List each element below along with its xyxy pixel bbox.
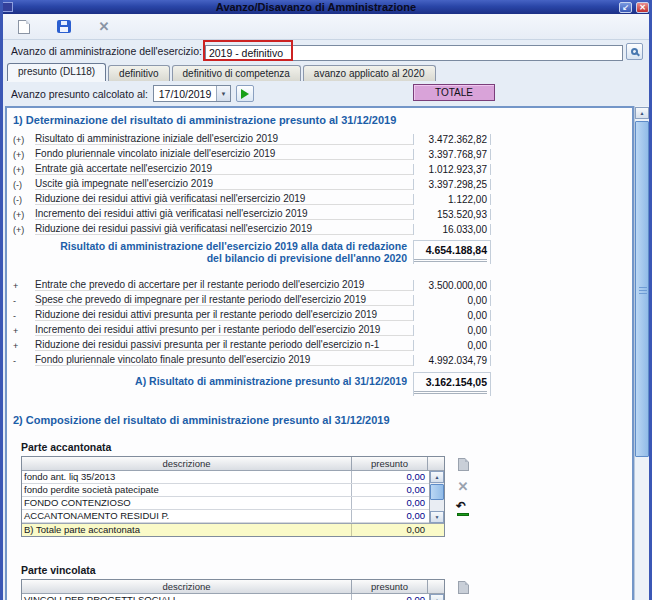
row-value: 3.397.298,25 bbox=[413, 179, 491, 190]
search-icon bbox=[631, 48, 638, 55]
run-button[interactable] bbox=[236, 85, 254, 102]
cell-presunto[interactable]: 0,00 bbox=[352, 510, 428, 522]
cell-presunto[interactable]: 0,00 bbox=[352, 497, 428, 509]
add-row-button[interactable] bbox=[455, 580, 471, 595]
new-document-button[interactable] bbox=[13, 17, 35, 37]
table-row: (-) Riduzione dei residui attivi già ver… bbox=[7, 190, 491, 205]
save-button[interactable] bbox=[53, 17, 75, 37]
table-row[interactable]: fondo ant. liq 35/2013 0,00 bbox=[22, 471, 429, 484]
row-value: 3.397.768,97 bbox=[413, 149, 491, 160]
delete-row-button[interactable]: ✕ bbox=[455, 479, 471, 494]
row-value: 153.520,93 bbox=[413, 209, 491, 220]
table-row[interactable]: VINCOLI PER PROGETTI SOCIALI 0,00 bbox=[22, 594, 429, 600]
restore-window-button[interactable]: ↙ bbox=[619, 2, 632, 13]
accantonata-rows: fondo ant. liq 35/2013 0,00 fondo perdit… bbox=[22, 471, 429, 523]
col-descrizione: descrizione bbox=[22, 457, 352, 470]
row-sign: (-) bbox=[13, 195, 35, 205]
table-row[interactable]: fondo perdite società patecipate 0,00 bbox=[22, 484, 429, 497]
undo-row-icon: ↶ bbox=[456, 502, 470, 516]
chevron-down-icon: ▼ bbox=[221, 91, 227, 97]
tab-bar: presunto (DL118) definitivo definitivo d… bbox=[7, 63, 647, 81]
scroll-up-button[interactable]: ▲ bbox=[430, 471, 444, 483]
totale-button[interactable]: TOTALE bbox=[413, 84, 495, 101]
accantonata-table: descrizione presunto fondo ant. liq 35/2… bbox=[21, 456, 445, 537]
total-label: B) Totale parte accantonata bbox=[22, 524, 352, 536]
date-input[interactable] bbox=[154, 86, 216, 101]
row-value: 0,00 bbox=[413, 340, 491, 351]
play-icon bbox=[241, 89, 249, 99]
accantonata-table-wrap: descrizione presunto fondo ant. liq 35/2… bbox=[21, 456, 632, 537]
row-label: Entrate che prevedo di accertare per il … bbox=[35, 279, 413, 291]
app-icon bbox=[2, 2, 13, 12]
parte-vincolata-heading: Parte vincolata bbox=[21, 564, 632, 576]
table-row: (+) Entrate già accertate nell'esercizio… bbox=[7, 160, 491, 175]
table-row: (+) Incremento dei residui attivi già ve… bbox=[7, 205, 491, 220]
cell-descrizione: FONDO CONTENZIOSO bbox=[22, 497, 352, 509]
date-dropdown-button[interactable]: ▼ bbox=[216, 86, 230, 101]
undo-row-button[interactable]: ↶ bbox=[455, 501, 471, 516]
row-value: 0,00 bbox=[413, 325, 491, 336]
cell-presunto[interactable]: 0,00 bbox=[352, 484, 428, 496]
scroll-up-button[interactable]: ▲ bbox=[430, 594, 444, 600]
row-label: Incremento dei residui attivi presunto p… bbox=[35, 324, 413, 336]
table-header: descrizione presunto bbox=[22, 580, 444, 594]
new-document-icon bbox=[18, 20, 30, 34]
content-area: 1) Determinazione del risultato di ammin… bbox=[3, 106, 649, 600]
triangle-down-icon: ▼ bbox=[435, 514, 440, 520]
calcolato-al-label: Avanzo presunto calcolato al: bbox=[11, 88, 148, 100]
col-presunto: presunto bbox=[352, 580, 428, 593]
search-button[interactable] bbox=[626, 43, 643, 60]
subtotal-label-line2: del bilancio di previsione dell'anno 202… bbox=[7, 252, 407, 264]
table-row: (+) Riduzione dei residui passivi già ve… bbox=[7, 220, 491, 235]
cell-presunto[interactable]: 0,00 bbox=[352, 594, 428, 600]
triangle-up-icon: ▲ bbox=[435, 474, 440, 480]
close-button[interactable]: ✕ bbox=[93, 17, 115, 37]
restore-icon: ↙ bbox=[622, 3, 629, 12]
cell-presunto[interactable]: 0,00 bbox=[352, 471, 428, 483]
exercise-label: Avanzo di amministrazione dell'esercizio… bbox=[11, 45, 202, 57]
row-label: Fondo pluriennale vincolato iniziale del… bbox=[35, 148, 413, 160]
exercise-input[interactable] bbox=[205, 45, 623, 61]
table-row[interactable]: FONDO CONTENZIOSO 0,00 bbox=[22, 497, 429, 510]
exercise-field-row: Avanzo di amministrazione dell'esercizio… bbox=[3, 40, 649, 62]
section1-title: 1) Determinazione del risultato di ammin… bbox=[13, 114, 632, 126]
close-window-button[interactable]: ✕ bbox=[636, 2, 649, 13]
vincolata-table-wrap: descrizione presunto VINCOLI PER PROGETT… bbox=[21, 579, 632, 600]
total-value: 0,00 bbox=[352, 524, 428, 536]
row-sign: + bbox=[13, 326, 35, 336]
tab-avanzo-applicato-2020[interactable]: avanzo applicato al 2020 bbox=[303, 65, 436, 81]
table-row: - Riduzione dei residui attivi presunta … bbox=[7, 306, 491, 321]
row-sign: (+) bbox=[13, 150, 35, 160]
row-label: Riduzione dei residui passivi presunta p… bbox=[35, 339, 413, 351]
delete-row-icon: ✕ bbox=[458, 480, 469, 493]
row-sign: - bbox=[13, 311, 35, 321]
row-value: 4.992.034,79 bbox=[413, 355, 491, 366]
vincolata-actions: ✕ ↶ bbox=[455, 579, 471, 600]
titlebar: Avanzo/Disavanzo di Amministrazione ↙ ✕ bbox=[0, 0, 652, 14]
cell-descrizione: ACCANTONAMENTO RESIDUI P. bbox=[22, 510, 352, 522]
table-row[interactable]: ACCANTONAMENTO RESIDUI P. 0,00 bbox=[22, 510, 429, 523]
table-scrollbar: ▲ bbox=[429, 594, 444, 600]
table-scrollbar: ▲ ▼ bbox=[429, 471, 444, 523]
row-sign: (+) bbox=[13, 135, 35, 145]
accantonata-total-row: B) Totale parte accantonata 0,00 bbox=[22, 523, 444, 536]
main-scrollbar: ▲ bbox=[634, 106, 649, 600]
tab-presunto-dl118[interactable]: presunto (DL118) bbox=[7, 63, 106, 81]
scroll-down-button[interactable]: ▼ bbox=[430, 511, 444, 523]
scrollbar-thumb[interactable] bbox=[635, 121, 649, 457]
tab-definitivo-di-competenza[interactable]: definitivo di competenza bbox=[172, 65, 301, 81]
row-sign: + bbox=[13, 341, 35, 351]
close-x-icon: ✕ bbox=[99, 20, 110, 33]
scrollbar-grip bbox=[639, 287, 647, 288]
add-row-button[interactable] bbox=[455, 457, 471, 472]
scroll-up-button[interactable]: ▲ bbox=[635, 107, 649, 119]
row-label: Fondo pluriennale vincolato finale presu… bbox=[35, 354, 413, 366]
row-sign: (+) bbox=[13, 225, 35, 235]
table-row: - Fondo pluriennale vincolato finale pre… bbox=[7, 351, 491, 366]
save-icon bbox=[57, 20, 71, 33]
tab-definitivo[interactable]: definitivo bbox=[108, 65, 169, 81]
cell-descrizione: VINCOLI PER PROGETTI SOCIALI bbox=[22, 594, 352, 600]
scrollbar-thumb[interactable] bbox=[430, 484, 444, 500]
accantonata-actions: ✕ ↶ bbox=[455, 456, 471, 537]
table-row: + Entrate che prevedo di accertare per i… bbox=[7, 276, 491, 291]
